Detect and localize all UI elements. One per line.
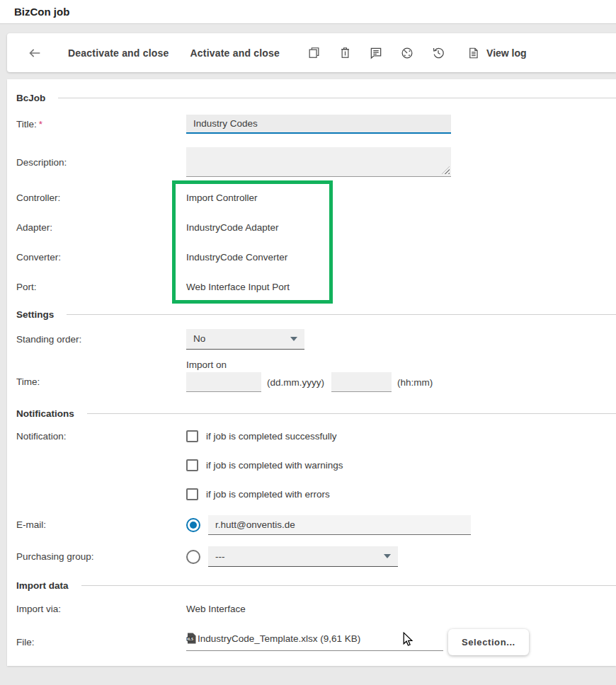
notification-row: Notification: if job is completed succes… <box>16 422 616 509</box>
notification-label: Notification: <box>16 422 186 442</box>
standing-order-row: Standing order: No <box>16 323 616 355</box>
time-format-hint: (hh:mm) <box>397 377 433 388</box>
date-format-hint: (dd.mm.yyyy) <box>267 377 324 388</box>
file-chip[interactable]: XLS IndustryCode_Template.xlsx (9,61 KB) <box>186 633 443 651</box>
standing-order-label: Standing order: <box>16 334 186 345</box>
purchasing-group-radio[interactable] <box>186 550 200 564</box>
section-divider <box>67 314 616 315</box>
chevron-down-icon <box>290 337 297 341</box>
section-divider <box>87 413 616 414</box>
port-row: Port: Web Interface Input Port <box>16 272 616 301</box>
section-import-data: Import data <box>16 577 616 594</box>
view-log-button[interactable]: View log <box>467 46 527 60</box>
title-row: Title:* <box>16 106 616 142</box>
import-on-label: Import on <box>186 359 433 370</box>
purchasing-group-value: --- <box>215 551 225 562</box>
import-via-label: Import via: <box>16 604 186 614</box>
file-label: File: <box>16 637 186 647</box>
purchasing-group-label: Purchasing group: <box>16 551 186 562</box>
controller-label: Controller: <box>16 192 186 203</box>
time-label: Time: <box>16 359 186 401</box>
description-textarea[interactable] <box>186 147 451 177</box>
section-notifications: Notifications <box>16 405 616 422</box>
view-log-label: View log <box>486 47 527 59</box>
notification-checkbox-list: if job is completed successfully if job … <box>186 422 343 509</box>
history-button[interactable] <box>431 46 445 60</box>
description-row: Description: <box>16 142 616 183</box>
deactivate-and-close-button[interactable]: Deactivate and close <box>68 47 169 59</box>
checkbox-errors[interactable] <box>186 488 198 500</box>
import-via-value: Web Interface <box>186 604 246 614</box>
toolbar-icon-group <box>307 46 445 60</box>
timer-gauge-icon <box>400 46 414 60</box>
time-controls: Import on (dd.mm.yyyy) (hh:mm) <box>186 359 433 401</box>
purchasing-group-row: Purchasing group: --- <box>16 541 616 572</box>
window-titlebar: BizCon job <box>0 0 616 24</box>
port-label: Port: <box>16 282 186 292</box>
section-settings-title: Settings <box>16 309 54 320</box>
email-row: E-mail: <box>16 509 616 541</box>
file-name: IndustryCode_Template.xlsx (9,61 KB) <box>198 633 360 644</box>
file-row: File: XLS IndustryCode_Template.xlsx (9,… <box>16 623 616 660</box>
standing-order-value: No <box>193 333 205 344</box>
email-input[interactable] <box>208 515 471 535</box>
document-icon <box>467 46 480 60</box>
description-field-wrap <box>186 147 451 177</box>
xls-file-icon: XLS <box>186 633 196 644</box>
section-bcjob: BcJob <box>16 89 616 106</box>
title-input[interactable] <box>186 115 451 134</box>
controller-row: Controller: Import Controller <box>16 183 616 212</box>
section-divider <box>81 585 616 586</box>
email-radio[interactable] <box>186 518 200 532</box>
chevron-down-icon <box>384 554 391 558</box>
converter-label: Converter: <box>16 252 186 263</box>
history-clock-icon <box>431 46 445 60</box>
radio-dot <box>190 522 197 529</box>
checkbox-warnings-row[interactable]: if job is completed with warnings <box>186 451 343 480</box>
checkbox-errors-label: if job is completed with errors <box>206 489 330 500</box>
svg-text:XLS: XLS <box>187 638 193 641</box>
checkbox-errors-row[interactable]: if job is completed with errors <box>186 480 343 509</box>
checkbox-success[interactable] <box>186 430 198 442</box>
email-label: E-mail: <box>16 519 186 530</box>
standing-order-select[interactable]: No <box>186 329 304 350</box>
import-via-row: Import via: Web Interface <box>16 594 616 623</box>
delete-button[interactable] <box>338 46 352 60</box>
description-label: Description: <box>16 157 186 168</box>
back-button[interactable] <box>27 45 42 61</box>
section-divider <box>58 98 616 98</box>
arrow-left-icon <box>27 45 42 61</box>
activate-and-close-button[interactable]: Activate and close <box>190 47 280 59</box>
converter-row: Converter: IndustryCode Converter <box>16 242 616 272</box>
form-panel: BcJob Title:* Description: Controller: I… <box>7 79 616 666</box>
toolbar: Deactivate and close Activate and close <box>7 33 616 72</box>
copy-button[interactable] <box>307 46 321 60</box>
section-notifications-title: Notifications <box>16 408 74 419</box>
section-bcjob-title: BcJob <box>16 93 45 103</box>
import-time-input[interactable] <box>331 372 392 392</box>
purchasing-group-select[interactable]: --- <box>208 546 398 567</box>
section-settings: Settings <box>16 306 616 323</box>
comment-icon <box>369 46 383 60</box>
copy-icon <box>307 46 321 59</box>
section-import-data-title: Import data <box>16 580 69 591</box>
trash-icon <box>338 46 352 59</box>
selection-button[interactable]: Selection... <box>448 629 529 655</box>
time-row: Time: Import on (dd.mm.yyyy) (hh:mm) <box>16 359 616 401</box>
readonly-config-group: Controller: Import Controller Adapter: I… <box>16 183 616 301</box>
timer-button[interactable] <box>400 46 414 60</box>
adapter-value: IndustryCode Adapter <box>186 222 279 233</box>
checkbox-success-row[interactable]: if job is completed successfully <box>186 422 343 451</box>
page-title: BizCon job <box>14 6 69 18</box>
required-asterisk: * <box>39 119 42 129</box>
converter-value: IndustryCode Converter <box>186 252 287 263</box>
comment-button[interactable] <box>369 46 383 60</box>
checkbox-success-label: if job is completed successfully <box>206 431 337 442</box>
adapter-label: Adapter: <box>16 222 186 233</box>
import-date-input[interactable] <box>186 372 261 392</box>
adapter-row: Adapter: IndustryCode Adapter <box>16 212 616 242</box>
controller-value: Import Controller <box>186 192 258 203</box>
title-label: Title:* <box>16 119 186 129</box>
checkbox-warnings-label: if job is completed with warnings <box>206 460 343 471</box>
checkbox-warnings[interactable] <box>186 459 198 471</box>
